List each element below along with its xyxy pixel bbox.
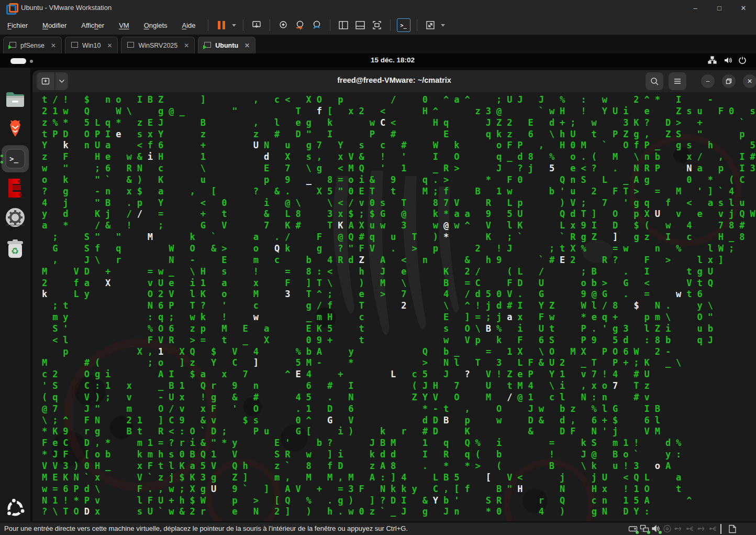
console-view-button[interactable]: >_ xyxy=(397,18,410,32)
send-ctrl-alt-del-button[interactable] xyxy=(250,18,263,32)
vm-tab-win10[interactable]: Win10✕ xyxy=(65,37,118,53)
toolbar-separator xyxy=(270,19,270,31)
network-icon[interactable] xyxy=(708,56,717,64)
vm-running-icon xyxy=(203,45,207,49)
gnome-top-bar: 15 déc. 18:02 xyxy=(0,53,756,68)
vm-screen-icon xyxy=(127,42,135,49)
dock-item-red-b-app-icon[interactable] xyxy=(4,177,27,200)
svg-text:♻: ♻ xyxy=(11,246,19,256)
fullscreen-button[interactable] xyxy=(370,18,384,32)
vmware-workstation-window: Ubuntu - VMware Workstation – □ ✕ Fichie… xyxy=(0,0,756,535)
menu-fichier[interactable]: Fichier xyxy=(0,16,35,35)
dock-item-brave-icon[interactable] xyxy=(4,117,27,140)
toolbar-separator xyxy=(417,19,417,31)
vm-tab-label: pfSense xyxy=(20,42,45,49)
vm-screen-icon xyxy=(204,42,212,49)
device-connected-dot xyxy=(659,531,662,534)
window-maximize-button[interactable]: □ xyxy=(707,0,731,16)
window-minimize-button[interactable]: – xyxy=(683,0,707,16)
activities-pill[interactable] xyxy=(10,58,26,64)
vm-tab-close-icon[interactable]: ✕ xyxy=(184,42,189,49)
menu-onglets[interactable]: Onglets xyxy=(137,16,175,35)
revert-snapshot-button[interactable] xyxy=(293,18,307,32)
vm-tab-close-icon[interactable]: ✕ xyxy=(107,42,112,49)
svg-text:>_: >_ xyxy=(9,155,18,163)
power-icon[interactable] xyxy=(738,56,748,64)
vm-screen-icon xyxy=(9,42,17,49)
vm-tab-winsrv2025[interactable]: WinSRV2025✕ xyxy=(121,37,195,53)
menu-button[interactable] xyxy=(669,72,686,90)
menu-afficher[interactable]: Afficher xyxy=(74,16,112,35)
statusbar-separator xyxy=(720,524,721,534)
terminal-minimize-button[interactable]: – xyxy=(701,74,715,88)
show-thumbnail-bar-button[interactable] xyxy=(353,18,367,32)
menu-modifier[interactable]: Modifier xyxy=(35,16,74,35)
menu-aide[interactable]: Aide xyxy=(175,16,203,35)
fit-dropdown-caret[interactable] xyxy=(441,24,445,27)
dock-item-settings-icon[interactable] xyxy=(4,206,27,229)
network-adapter-icon[interactable] xyxy=(640,525,650,533)
vmware-logo-icon xyxy=(6,3,16,13)
cmatrix-output: t/! $ no IBZ ] , c< XO p / 0 ^a^ ;UJ J %… xyxy=(32,92,756,518)
cd-dvd-icon[interactable] xyxy=(663,525,673,533)
pause-vm-button[interactable] xyxy=(215,18,228,32)
vm-tab-label: Win10 xyxy=(82,42,101,49)
usb-device-1-icon[interactable] xyxy=(674,525,685,533)
vm-tab-ubuntu[interactable]: Ubuntu✕ xyxy=(198,37,255,53)
usb-device-4-icon[interactable] xyxy=(709,525,719,533)
hard-disk-icon[interactable] xyxy=(628,525,639,533)
vm-tab-label: Ubuntu xyxy=(215,42,238,49)
toolbar-separator xyxy=(390,19,391,31)
terminal-body[interactable]: t/! $ no IBZ ] , c< XO p / 0 ^a^ ;UJ J %… xyxy=(32,92,756,521)
volume-icon[interactable] xyxy=(724,56,733,64)
vm-tab-bar: pfSense✕Win10✕WinSRV2025✕Ubuntu✕ xyxy=(0,35,756,53)
vm-tab-close-icon[interactable]: ✕ xyxy=(244,42,250,49)
dock-item-terminal[interactable]: >_ xyxy=(4,147,27,170)
vm-running-icon xyxy=(8,45,12,49)
running-window-dot xyxy=(1,161,3,163)
show-library-button[interactable] xyxy=(337,18,350,32)
workspace-dot[interactable] xyxy=(30,60,33,63)
status-message: Pour une entrée directe vers cette machi… xyxy=(4,525,408,532)
device-connected-dot xyxy=(636,531,639,534)
vm-screen-icon xyxy=(71,42,79,49)
dock: >_♻ xyxy=(0,68,30,522)
toolbar-separator xyxy=(243,19,243,31)
manage-snapshots-button[interactable] xyxy=(310,18,324,32)
menu-vm[interactable]: VM xyxy=(112,16,137,35)
vm-tab-close-icon[interactable]: ✕ xyxy=(51,42,56,49)
menu-items-container: FichierModifierAfficherVMOngletsAide xyxy=(0,16,203,35)
toolbar-separator xyxy=(208,19,208,31)
vm-tab-label: WinSRV2025 xyxy=(138,42,177,49)
terminal-headerbar[interactable]: freed@freed-VMware: ~/cmatrix – ✕ xyxy=(32,70,756,93)
search-button[interactable] xyxy=(646,72,663,90)
dock-item-trash-icon[interactable]: ♻ xyxy=(4,237,27,260)
sound-icon[interactable] xyxy=(651,525,662,533)
window-close-button[interactable]: ✕ xyxy=(731,0,755,16)
toolbar-separator xyxy=(330,19,330,31)
statusbar: Pour une entrée directe vers cette machi… xyxy=(0,522,756,535)
vm-guest-screen[interactable]: 15 déc. 18:02 >_♻ freed@freed-V xyxy=(0,53,756,522)
device-connected-dot xyxy=(647,531,650,534)
show-apps-ubuntu-logo[interactable] xyxy=(4,497,27,520)
dock-separator xyxy=(6,225,25,225)
pause-dropdown-caret[interactable] xyxy=(232,24,236,27)
running-window-dot xyxy=(1,155,3,157)
window-title: Ubuntu - VMware Workstation xyxy=(21,4,112,12)
vm-tab-pfsense[interactable]: pfSense✕ xyxy=(3,37,62,53)
usb-device-3-icon[interactable] xyxy=(697,525,708,533)
usb-device-2-icon[interactable] xyxy=(686,525,696,533)
menubar: FichierModifierAfficherVMOngletsAide xyxy=(0,16,756,35)
take-snapshot-button[interactable] xyxy=(276,18,290,32)
clock[interactable]: 15 déc. 18:02 xyxy=(340,56,445,64)
terminal-window: freed@freed-VMware: ~/cmatrix – ✕ xyxy=(32,70,756,521)
terminal-restore-button[interactable] xyxy=(722,74,736,88)
fit-guest-button[interactable] xyxy=(424,18,437,32)
dock-item-files-icon[interactable] xyxy=(4,88,27,111)
message-log-icon[interactable] xyxy=(728,525,738,533)
terminal-close-button[interactable]: ✕ xyxy=(743,74,756,88)
titlebar: Ubuntu - VMware Workstation – □ ✕ xyxy=(0,0,756,16)
